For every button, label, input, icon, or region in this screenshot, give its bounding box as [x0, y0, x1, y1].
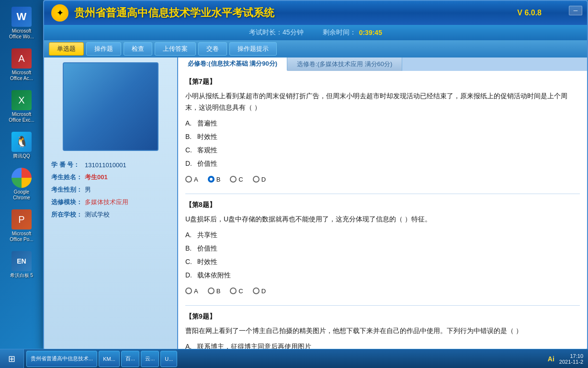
taskbar-item-km[interactable]: KM...: [99, 351, 120, 367]
desktop-icon-chrome[interactable]: GoogleChrome: [5, 166, 38, 203]
q7-radio-d-circle: [253, 176, 260, 183]
desktop-icon-qq[interactable]: 🐧 腾讯QQ: [5, 130, 38, 161]
access-label: MicrosoftOffice Ac...: [10, 70, 33, 81]
operation-hint-button[interactable]: 操作题提示: [229, 42, 277, 56]
window-controls: ─: [569, 6, 582, 15]
remaining-time: 剩余时间： 0:39:45: [323, 28, 382, 37]
student-gender-value: 男: [85, 185, 91, 194]
en-label: 希沃白板 5: [10, 273, 33, 278]
upload-button[interactable]: 上传答案: [155, 42, 196, 56]
desktop-icon-access[interactable]: A MicrosoftOffice Ac...: [5, 46, 38, 83]
q8-answer-row: A B C D: [185, 286, 580, 297]
start-button[interactable]: ⊞: [0, 349, 24, 368]
taskbar-item-km-label: KM...: [103, 356, 115, 362]
q7-radio-c[interactable]: C: [230, 174, 243, 185]
ai-label: Ai: [548, 355, 554, 363]
toolbar: 单选题 操作题 检查 上传答案 交卷 操作题提示: [44, 40, 587, 58]
student-name-value: 考生001: [85, 173, 108, 182]
taskbar-item-u[interactable]: U...: [160, 351, 177, 367]
q7-radio-c-circle: [230, 176, 237, 183]
clock-time: 17:10: [559, 353, 583, 359]
q7-radio-b-circle: [208, 176, 215, 183]
ppt-icon: P: [11, 209, 32, 230]
q8-radio-a-circle: [185, 288, 192, 294]
tab-optional[interactable]: 选修卷:(多媒体技术应用 满分60分): [287, 58, 402, 71]
q8-radio-d[interactable]: D: [253, 286, 266, 297]
q7-radio-d[interactable]: D: [253, 174, 266, 185]
student-name-label: 考生姓名：: [51, 173, 85, 182]
qq-icon: 🐧: [11, 132, 32, 152]
q9-text: 曹阳在网上看到了一个博主自己拍摄的精美图片，他想下载下来并在自己的作品中使用。下…: [185, 325, 580, 337]
taskbar-items: 贵州省普通高中信息技术... KM... 百... 云... U...: [24, 351, 543, 367]
q7-option-c: C. 客观性: [185, 144, 580, 156]
student-school-value: 测试学校: [85, 210, 110, 219]
q8-radio-a[interactable]: A: [185, 286, 198, 297]
question-8: 【第8题】 U盘损坏后，U盘中存储的数据就再也不能使用了，这充分体现了信息的（ …: [185, 199, 580, 297]
sidebar: 学 番 号： 131011010001 考生姓名： 考生001 考生性别： 男 …: [44, 58, 178, 350]
q7-option-d: D. 价值性: [185, 158, 580, 170]
chrome-icon: [11, 168, 32, 188]
taskbar-item-bai[interactable]: 百...: [121, 351, 139, 367]
excel-icon: X: [11, 90, 32, 110]
content-area: 学 番 号： 131011010001 考生姓名： 考生001 考生性别： 男 …: [44, 58, 587, 350]
word-icon: W: [11, 7, 32, 27]
desktop-icon-word[interactable]: W MicrosoftOffice Wo...: [5, 5, 38, 42]
q8-option-a: A. 共享性: [185, 229, 580, 241]
student-module-label: 选修模块：: [51, 198, 85, 207]
q8-text: U盘损坏后，U盘中存储的数据就再也不能使用了，这充分体现了信息的（ ）特征。: [185, 214, 580, 225]
taskbar-item-yun[interactable]: 云...: [141, 351, 159, 367]
excel-label: MicrosoftOffice Exc...: [9, 112, 34, 123]
en-icon: EN: [11, 251, 32, 271]
duration-label: 考试时长：45分钟: [249, 28, 304, 37]
minimize-button[interactable]: ─: [569, 6, 582, 15]
clock: 17:10 2021-11-2: [559, 353, 583, 365]
title-bar: ✦ 贵州省普通高中信息技术学业水平考试系统 V 6.0.8 ─: [44, 1, 587, 25]
check-button[interactable]: 检查: [124, 42, 152, 56]
q8-option-c: C. 时效性: [185, 256, 580, 268]
q9-title: 【第9题】: [185, 310, 580, 322]
app-version: V 6.0.8: [517, 9, 542, 17]
student-photo: [63, 62, 158, 151]
q8-radio-c-circle: [230, 288, 237, 294]
student-id-row: 学 番 号： 131011010001: [51, 161, 170, 169]
question-7: 【第7题】 小明从报纸上看到某超市的周末促销打折广告，但周末小明去超市时却发现活…: [185, 76, 580, 185]
q7-radio-a[interactable]: A: [185, 174, 198, 185]
desktop-icon-ppt[interactable]: P MicrosoftOffice Po...: [5, 207, 38, 244]
question-scroll[interactable]: 【第7题】 小明从报纸上看到某超市的周末促销打折广告，但周末小明去超市时却发现活…: [178, 71, 587, 350]
q8-option-b: B. 价值性: [185, 242, 580, 254]
taskbar-tray: Ai 17:10 2021-11-2: [543, 353, 588, 365]
question-tabs: 必修卷:(信息技术基础 满分90分) 选修卷:(多媒体技术应用 满分60分): [178, 58, 587, 71]
taskbar-item-bai-label: 百...: [125, 355, 135, 362]
operation-button[interactable]: 操作题: [86, 42, 121, 56]
chrome-label: GoogleChrome: [13, 189, 30, 201]
remaining-label: 剩余时间：: [323, 28, 356, 37]
divider-1: [185, 194, 580, 194]
qq-label: 腾讯QQ: [13, 153, 30, 159]
q8-radio-d-circle: [253, 288, 260, 294]
q8-title: 【第8题】: [185, 199, 580, 211]
taskbar-item-exam[interactable]: 贵州省普通高中信息技术...: [26, 351, 97, 367]
student-school-row: 所在学校： 测试学校: [51, 210, 170, 219]
taskbar: ⊞ 贵州省普通高中信息技术... KM... 百... 云... U... Ai…: [0, 349, 588, 368]
single-choice-button[interactable]: 单选题: [49, 42, 84, 56]
student-school-label: 所在学校：: [51, 210, 85, 219]
timer-bar: 考试时长：45分钟 剩余时间： 0:39:45: [44, 25, 587, 40]
submit-button[interactable]: 交卷: [198, 42, 227, 56]
desktop-icon-excel[interactable]: X MicrosoftOffice Exc...: [5, 88, 38, 125]
question-area: 必修卷:(信息技术基础 满分90分) 选修卷:(多媒体技术应用 满分60分) 【…: [178, 58, 587, 350]
student-module-row: 选修模块： 多媒体技术应用: [51, 198, 170, 207]
desktop-icon-en[interactable]: EN 希沃白板 5: [5, 249, 38, 280]
divider-2: [185, 305, 580, 306]
exam-duration: 考试时长：45分钟: [249, 28, 304, 37]
tab-required[interactable]: 必修卷:(信息技术基础 满分90分): [178, 58, 287, 71]
q7-radio-b[interactable]: B: [208, 174, 221, 185]
q7-answer-row: A B C D: [185, 174, 580, 185]
q8-option-d: D. 载体依附性: [185, 269, 580, 281]
desktop: W MicrosoftOffice Wo... A MicrosoftOffic…: [0, 0, 588, 368]
clock-date: 2021-11-2: [559, 359, 583, 365]
q8-radio-b[interactable]: B: [208, 286, 221, 297]
q7-option-a: A. 普遍性: [185, 117, 580, 129]
q8-radio-c[interactable]: C: [230, 286, 243, 297]
start-icon: ⊞: [8, 354, 15, 364]
question-9: 【第9题】 曹阳在网上看到了一个博主自己拍摄的精美图片，他想下载下来并在自己的作…: [185, 310, 580, 350]
